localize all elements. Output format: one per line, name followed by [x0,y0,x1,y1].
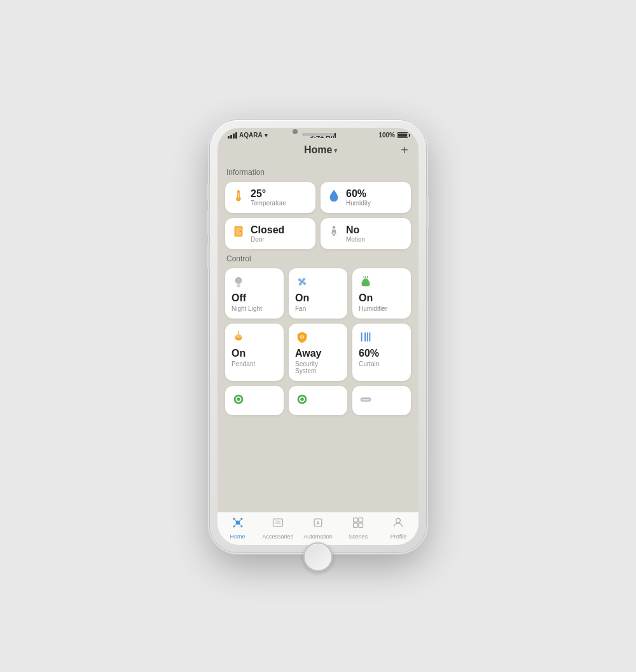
pendant-light-icon [232,330,277,346]
tab-automation[interactable]: A Automation [298,516,338,540]
pendant-label: Pendant [232,360,277,367]
svg-rect-53 [359,523,363,527]
humidity-text: 60% Humidity [346,188,371,207]
battery-icon [397,132,408,138]
svg-point-5 [240,230,241,231]
battery-fill [398,134,407,137]
svg-point-39 [233,525,235,527]
svg-line-43 [235,524,236,525]
svg-point-54 [396,518,401,523]
svg-rect-2 [238,193,239,198]
tab-accessories[interactable]: Accessories [258,516,298,540]
profile-tab-label: Profile [391,533,407,540]
mute-button [207,184,210,202]
home-title: Home ▾ [304,144,337,156]
tab-profile[interactable]: Profile [378,516,418,540]
tab-home[interactable]: Home [218,516,258,540]
svg-rect-23 [361,332,363,341]
curtain-label: Curtain [359,360,404,367]
accessories-tab-label: Accessories [263,533,294,540]
fan-icon [295,275,341,291]
motion-card-row: No Motion [327,224,404,243]
svg-rect-13 [364,278,368,280]
pendant-card[interactable]: On Pendant [225,324,284,381]
svg-rect-25 [364,332,366,341]
green-device-card-2[interactable] [289,386,347,415]
temperature-value: 25° [251,188,286,200]
svg-rect-52 [354,523,358,527]
phone-screen: AQARA ▾ 9:41 AM 100% Home ▾ + Informati [218,128,418,545]
main-content: Information 25° [218,163,418,512]
top-bar: Home ▾ + [218,141,418,163]
accessories-tab-icon [272,516,284,532]
home-tab-icon [232,516,244,532]
drop-icon [327,188,341,205]
svg-rect-24 [370,332,371,341]
information-section-label: Information [225,168,411,177]
night-light-card[interactable]: Off Night Light [225,268,284,319]
motion-label: Motion [346,236,365,243]
night-light-value: Off [232,292,277,304]
security-card[interactable]: Away Security System [289,324,347,381]
door-text: Closed Door [251,224,284,243]
green-circle-icon-2 [295,392,341,409]
svg-rect-8 [237,284,240,285]
svg-rect-9 [237,286,240,287]
signal-bar-1 [228,136,230,139]
scenes-tab-icon [352,516,364,532]
control-cards-row2: On Pendant Away Security System [225,324,411,381]
status-left: AQARA ▾ [228,132,268,139]
motion-person-icon [327,224,341,241]
svg-line-41 [235,519,236,521]
svg-rect-26 [367,332,368,341]
svg-point-38 [240,518,242,519]
humidifier-icon [359,275,404,291]
green-device-card-1[interactable] [225,386,284,415]
curtain-value: 60% [359,348,404,359]
phone-frame: AQARA ▾ 9:41 AM 100% Home ▾ + Informati [210,120,426,552]
scenes-tab-label: Scenes [349,533,368,540]
fan-card[interactable]: On Fan [289,268,347,319]
door-value: Closed [251,224,284,236]
svg-point-29 [237,397,240,401]
svg-point-32 [300,397,304,401]
svg-rect-34 [362,399,370,400]
motion-card[interactable]: No Motion [321,218,411,249]
speaker [302,133,334,136]
security-shield-icon [295,330,341,346]
door-icon [232,224,245,241]
home-label: Home [304,144,332,156]
humidity-value: 60% [346,188,371,200]
door-card-row: Closed Door [232,224,309,243]
svg-rect-45 [273,519,282,526]
light-bulb-icon [232,275,277,291]
camera [293,129,298,134]
home-tab-label: Home [230,533,245,540]
profile-tab-icon [392,516,404,532]
svg-point-7 [235,277,242,284]
door-card[interactable]: Closed Door [225,218,315,249]
door-label: Door [251,236,284,243]
temperature-text: 25° Temperature [251,188,286,207]
ac-card[interactable] [352,386,411,415]
humidity-card[interactable]: 60% Humidity [321,182,411,213]
curtain-card[interactable]: 60% Curtain [352,324,411,381]
wifi-icon: ▾ [265,132,268,139]
humidifier-card[interactable]: On Humidifier [352,268,411,319]
svg-point-6 [333,226,336,229]
home-button[interactable] [303,542,333,572]
temperature-label: Temperature [251,200,286,207]
tab-scenes[interactable]: Scenes [338,516,378,540]
svg-rect-50 [354,518,358,522]
svg-rect-35 [362,401,370,401]
status-right: 100% [378,132,408,139]
security-label: Security System [295,360,341,374]
svg-text:A: A [316,519,320,525]
add-button[interactable]: + [401,143,408,158]
ac-icon [359,392,404,409]
temperature-card-row: 25° Temperature [232,188,309,207]
bottom-cards-row [225,386,411,415]
humidifier-label: Humidifier [359,305,404,312]
temperature-card[interactable]: 25° Temperature [225,182,315,213]
volume-up-button [207,209,210,236]
